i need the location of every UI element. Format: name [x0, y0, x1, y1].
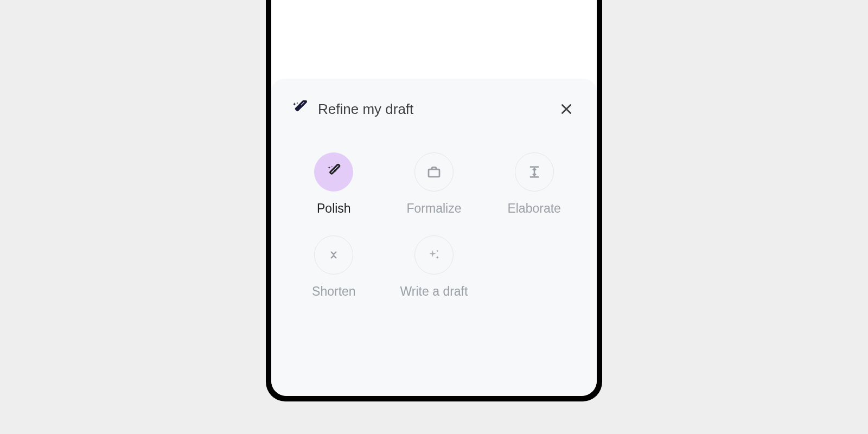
- close-icon: [559, 102, 573, 116]
- svg-rect-5: [429, 169, 439, 177]
- option-circle: [314, 235, 353, 275]
- sparkles-icon: [426, 247, 442, 263]
- close-button[interactable]: [556, 98, 577, 120]
- magic-wand-icon: [326, 164, 342, 180]
- svg-line-4: [335, 170, 336, 171]
- option-label: Polish: [317, 201, 351, 216]
- option-label: Formalize: [407, 201, 462, 216]
- sheet-title: Refine my draft: [318, 101, 546, 118]
- option-write-draft[interactable]: Write a draft: [389, 235, 480, 299]
- option-label: Shorten: [312, 284, 356, 299]
- option-circle: [515, 152, 554, 192]
- device-screen: Refine my draft: [271, 0, 597, 396]
- collapse-vertical-icon: [327, 248, 341, 262]
- briefcase-icon: [426, 164, 442, 180]
- option-label: Write a draft: [400, 284, 468, 299]
- option-circle: [314, 152, 353, 192]
- refine-draft-sheet: Refine my draft: [271, 79, 597, 396]
- option-formalize[interactable]: Formalize: [389, 152, 480, 216]
- svg-point-9: [437, 250, 438, 252]
- device-frame: Refine my draft: [266, 0, 602, 401]
- editor-background: [271, 0, 597, 79]
- option-polish[interactable]: Polish: [289, 152, 379, 216]
- option-shorten[interactable]: Shorten: [289, 235, 379, 299]
- expand-vertical-icon: [527, 164, 542, 180]
- option-circle: [414, 235, 454, 275]
- sheet-header: Refine my draft: [286, 95, 582, 125]
- option-circle: [414, 152, 454, 192]
- refine-options-grid: Polish Formalize: [286, 152, 582, 299]
- magic-wand-icon: [291, 100, 308, 118]
- svg-rect-3: [330, 164, 340, 174]
- option-elaborate[interactable]: Elaborate: [489, 152, 579, 216]
- option-label: Elaborate: [507, 201, 560, 216]
